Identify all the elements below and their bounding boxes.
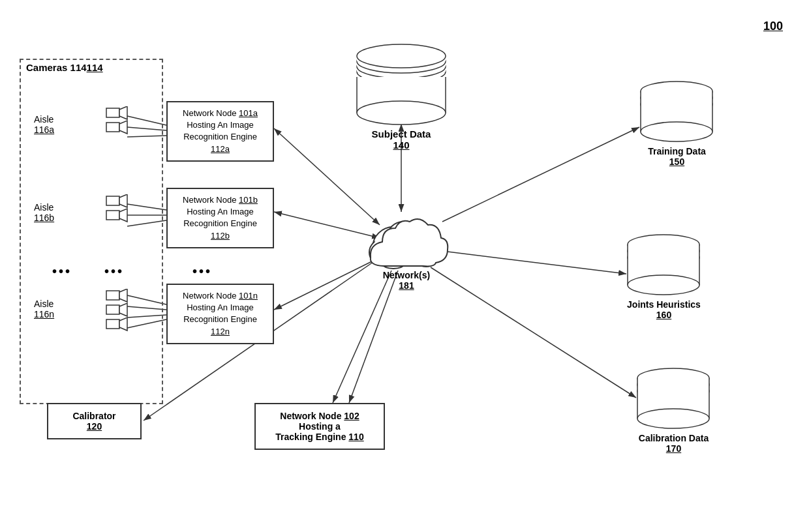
subject-data-cylinder: Subject Data140 xyxy=(356,39,447,151)
svg-point-55 xyxy=(641,122,712,141)
calibration-data-cylinder: Calibration Data170 xyxy=(636,365,711,454)
ref-number-100: 100 xyxy=(763,20,783,33)
node-101n-box: Network Node 101n Hosting An Image Recog… xyxy=(166,284,274,344)
aisle-116n-label: Aisle116n xyxy=(34,299,54,319)
svg-rect-34 xyxy=(106,319,119,329)
svg-rect-28 xyxy=(106,211,119,220)
camera-icons-116n xyxy=(101,289,130,351)
cameras-label: Cameras 114114 xyxy=(26,62,103,73)
svg-rect-32 xyxy=(106,305,119,314)
svg-marker-31 xyxy=(119,289,127,302)
svg-rect-30 xyxy=(106,291,119,300)
joints-heuristics-cylinder: Joints Heuristics160 xyxy=(626,231,701,320)
network-cloud: Network(s)181 xyxy=(358,205,455,291)
training-data-cylinder: Training Data150 xyxy=(639,78,714,167)
svg-point-73 xyxy=(637,409,709,428)
svg-marker-27 xyxy=(119,194,127,207)
aisle-116a-label: Aisle116a xyxy=(34,114,54,135)
svg-point-42 xyxy=(357,44,446,68)
dots-aisles: ••• xyxy=(52,264,72,279)
svg-line-17 xyxy=(442,251,626,274)
diagram: 100 xyxy=(0,0,809,532)
svg-line-16 xyxy=(442,127,639,222)
svg-marker-35 xyxy=(119,318,127,331)
svg-rect-26 xyxy=(106,196,119,205)
svg-rect-22 xyxy=(106,108,119,117)
svg-marker-25 xyxy=(119,121,127,134)
aisle-116b-label: Aisle116b xyxy=(34,202,54,223)
svg-marker-29 xyxy=(119,209,127,222)
svg-point-46 xyxy=(357,101,446,125)
dots-cameras: ••• xyxy=(104,264,124,279)
svg-marker-33 xyxy=(119,303,127,316)
svg-line-18 xyxy=(431,267,636,398)
tracking-engine-box: Network Node 102 Hosting aTracking Engin… xyxy=(254,403,385,450)
cameras-dashed-box xyxy=(20,59,163,404)
node-101a-box: Network Node 101a Hosting An Image Recog… xyxy=(166,101,274,162)
node-101b-box: Network Node 101b Hosting An Image Recog… xyxy=(166,188,274,248)
svg-rect-24 xyxy=(106,123,119,132)
dots-nodes: ••• xyxy=(192,264,212,279)
svg-point-64 xyxy=(628,275,699,295)
camera-icons-116a xyxy=(101,106,130,152)
calibrator-box: Calibrator120 xyxy=(47,403,142,439)
camera-icons-116b xyxy=(101,194,130,240)
svg-marker-23 xyxy=(119,106,127,119)
